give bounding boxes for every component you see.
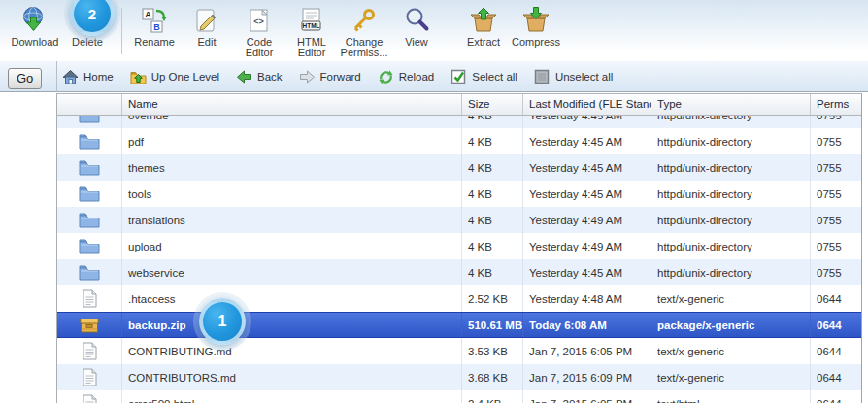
cell-file-icon bbox=[57, 181, 122, 207]
cell-type: httpd/unix-directory bbox=[651, 259, 811, 285]
extract-button[interactable]: Extract bbox=[458, 6, 509, 48]
delete-button-label: Delete bbox=[72, 37, 103, 48]
table-row[interactable]: upload4 KBYesterday 4:49 AMhttpd/unix-di… bbox=[57, 233, 861, 259]
code-editor-icon: <> bbox=[245, 6, 274, 35]
rename-button[interactable]: ABRename bbox=[129, 6, 180, 48]
cell-perms: 0755 bbox=[811, 181, 861, 207]
nav-item-home[interactable]: Home bbox=[62, 69, 114, 85]
folder-icon bbox=[79, 238, 100, 254]
cell-perms: 0644 bbox=[811, 285, 861, 312]
cell-file-icon bbox=[57, 313, 122, 337]
nav-item-up-one-level[interactable]: Up One Level bbox=[130, 69, 219, 85]
cell-type: httpd/unix-directory bbox=[651, 128, 811, 154]
table-row[interactable]: .htaccess2.52 KBYesterday 4:48 AMtext/x-… bbox=[57, 285, 861, 312]
code-editor-button[interactable]: <>Code Editor bbox=[234, 6, 284, 58]
cell-size: 4 KB bbox=[462, 207, 523, 233]
nav-item-select-all[interactable]: Select all bbox=[451, 69, 517, 85]
nav-item-label: Up One Level bbox=[151, 71, 219, 83]
cell-modified: Today 6:08 AM bbox=[523, 313, 651, 337]
table-row[interactable]: backup.zip510.61 MBToday 6:08 AMpackage/… bbox=[57, 312, 861, 338]
compress-button[interactable]: Compress bbox=[511, 6, 561, 48]
cell-name: override bbox=[122, 116, 462, 128]
code-editor-button-label: Code Editor bbox=[234, 37, 284, 58]
change-permiss-button-label: Change Permiss... bbox=[339, 37, 389, 58]
extract-icon bbox=[469, 6, 498, 35]
cell-size: 2.52 KB bbox=[462, 285, 523, 312]
cell-type: text/x-generic bbox=[651, 285, 811, 312]
nav-item-label: Back bbox=[257, 71, 283, 83]
action-toolbar: DownloadDeleteABRenameEdit<>Code EditorH… bbox=[0, 0, 868, 58]
cell-size: 4 KB bbox=[462, 233, 523, 259]
column-header-modified[interactable]: Last Modified (FLE Standard Time) bbox=[523, 94, 651, 115]
table-row[interactable]: pdf4 KBYesterday 4:45 AMhttpd/unix-direc… bbox=[57, 128, 861, 154]
cell-file-icon bbox=[57, 259, 122, 285]
table-body: override4 KBYesterday 4:45 AMhttpd/unix-… bbox=[57, 116, 861, 403]
back-icon bbox=[236, 69, 252, 85]
cell-file-icon bbox=[57, 364, 122, 390]
change-permissions-icon bbox=[350, 6, 379, 35]
cell-modified: Yesterday 4:48 AM bbox=[523, 285, 651, 312]
table-row[interactable]: themes4 KBYesterday 4:45 AMhttpd/unix-di… bbox=[57, 154, 861, 181]
rename-button-label: Rename bbox=[134, 37, 175, 48]
column-header-perms[interactable]: Perms bbox=[811, 94, 861, 115]
cell-perms: 0755 bbox=[811, 154, 861, 181]
table-row[interactable]: tools4 KBYesterday 4:45 AMhttpd/unix-dir… bbox=[57, 181, 861, 207]
cell-file-icon bbox=[57, 128, 122, 154]
table-row[interactable]: webservice4 KBYesterday 4:45 AMhttpd/uni… bbox=[57, 259, 861, 285]
cell-file-icon bbox=[57, 390, 122, 403]
cell-type: httpd/unix-directory bbox=[651, 181, 811, 207]
column-header-size[interactable]: Size bbox=[462, 94, 523, 115]
cell-file-icon bbox=[57, 116, 122, 128]
download-button-label: Download bbox=[12, 37, 59, 48]
nav-toolbar-background: HomeUp One LevelBackForwardReloadSelect … bbox=[0, 61, 868, 92]
download-button[interactable]: Download bbox=[10, 6, 60, 48]
cell-perms: 0644 bbox=[811, 364, 861, 390]
nav-item-unselect-all[interactable]: Unselect all bbox=[534, 69, 613, 85]
view-button-label: View bbox=[405, 37, 428, 48]
table-row[interactable]: CONTRIBUTORS.md3.68 KBJan 7, 2015 6:09 P… bbox=[57, 364, 861, 390]
nav-item-label: Select all bbox=[472, 71, 517, 83]
edit-button[interactable]: Edit bbox=[182, 6, 232, 48]
cell-name: backup.zip bbox=[122, 313, 462, 337]
file-icon bbox=[83, 368, 97, 386]
nav-item-forward[interactable]: Forward bbox=[299, 69, 361, 85]
nav-toolbar-divider bbox=[56, 61, 57, 92]
cell-type: httpd/unix-directory bbox=[651, 116, 811, 128]
table-row[interactable]: CONTRIBUTING.md3.53 KBJan 7, 2015 6:05 P… bbox=[57, 338, 861, 364]
column-header-type[interactable]: Type bbox=[651, 94, 811, 115]
cell-perms: 0755 bbox=[811, 128, 861, 154]
html-editor-icon: HTML bbox=[297, 6, 326, 35]
cell-name: error500.html bbox=[122, 390, 462, 403]
change-permiss-button[interactable]: Change Permiss... bbox=[339, 6, 389, 58]
view-button[interactable]: View bbox=[391, 6, 442, 48]
go-button[interactable]: Go bbox=[8, 68, 42, 89]
nav-item-reload[interactable]: Reload bbox=[378, 69, 434, 85]
cell-size: 4 KB bbox=[462, 128, 523, 154]
cell-perms: 0644 bbox=[811, 338, 861, 364]
html-editor-button[interactable]: HTMLHTML Editor bbox=[286, 6, 337, 58]
cell-perms: 0755 bbox=[811, 233, 861, 259]
table-row[interactable]: error500.html2.4 KBJan 7, 2015 6:05 PMte… bbox=[57, 390, 861, 403]
cell-type: text/x-generic bbox=[651, 364, 811, 390]
cell-modified: Yesterday 4:49 AM bbox=[523, 233, 651, 259]
extract-button-label: Extract bbox=[467, 37, 500, 48]
file-icon bbox=[83, 394, 97, 403]
table-row[interactable]: override4 KBYesterday 4:45 AMhttpd/unix-… bbox=[57, 116, 861, 128]
column-header-name[interactable]: Name bbox=[122, 94, 462, 115]
cell-modified: Jan 7, 2015 6:09 PM bbox=[523, 364, 651, 390]
cell-perms: 0755 bbox=[811, 259, 861, 285]
nav-item-label: Unselect all bbox=[555, 71, 613, 83]
edit-icon bbox=[192, 6, 221, 35]
up-one-level-icon bbox=[130, 69, 147, 85]
cell-name: webservice bbox=[122, 259, 462, 285]
toolbar-separator bbox=[451, 8, 451, 54]
cell-file-icon bbox=[57, 207, 122, 233]
cell-modified: Yesterday 4:45 AM bbox=[523, 154, 651, 181]
column-header-icon[interactable] bbox=[57, 94, 122, 115]
table-row[interactable]: translations4 KBYesterday 4:49 AMhttpd/u… bbox=[57, 207, 861, 233]
table-header-row: NameSizeLast Modified (FLE Standard Time… bbox=[57, 93, 861, 116]
cell-name: pdf bbox=[122, 128, 462, 154]
cell-name: themes bbox=[122, 154, 462, 181]
nav-item-back[interactable]: Back bbox=[236, 69, 283, 85]
cell-size: 4 KB bbox=[462, 116, 523, 128]
